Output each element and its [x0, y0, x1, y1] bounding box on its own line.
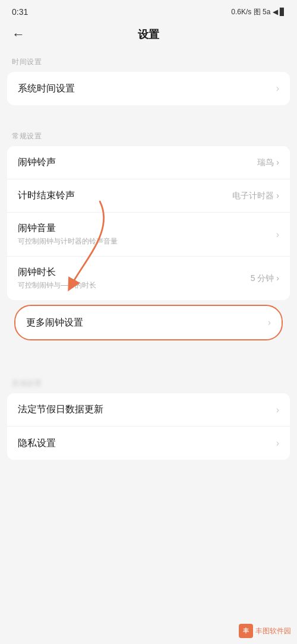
chevron-icon-3: ›: [268, 317, 271, 328]
alarm-ringtone-right: 瑞鸟 ›: [257, 157, 279, 168]
timer-ringtone-right: 电子计时器 ›: [232, 191, 279, 201]
alarm-volume-right: ›: [276, 229, 279, 240]
status-time: 0:31: [12, 7, 28, 17]
holiday-update-right: ›: [276, 405, 279, 415]
more-alarm-wrapper: 更多闹钟设置 ›: [7, 305, 290, 340]
page-title: 设置: [138, 27, 159, 42]
general-settings-card: 闹钟铃声 瑞鸟 › 计时结束铃声 电子计时器 › 闹钟音量 可控制闹钟与计时器的…: [7, 146, 290, 300]
snooze-duration-title: 闹钟时长: [18, 266, 251, 279]
general-settings-header: 常规设置: [0, 122, 297, 146]
watermark-logo-text: 丰: [243, 627, 249, 635]
privacy-settings-item[interactable]: 隐私设置 ›: [7, 427, 290, 460]
timer-ringtone-title: 计时结束铃声: [18, 190, 232, 202]
timer-ringtone-left: 计时结束铃声: [18, 190, 232, 202]
alarm-volume-item[interactable]: 闹钟音量 可控制闹钟与计时器的铃声音量 ›: [7, 213, 290, 257]
more-alarm-title: 更多闹钟设置: [26, 317, 268, 329]
system-time-title: 系统时间设置: [18, 83, 276, 95]
alarm-volume-subtitle: 可控制闹钟与计时器的铃声音量: [18, 236, 276, 247]
alarm-ringtone-title: 闹钟铃声: [18, 156, 257, 169]
alarm-ringtone-value: 瑞鸟 ›: [257, 157, 279, 168]
snooze-duration-item[interactable]: 闹钟时长 可控制闹钟与——的时长 5 分钟 ›: [7, 257, 290, 300]
privacy-settings-title: 隐私设置: [18, 437, 276, 450]
watermark-text: 丰图软件园: [255, 626, 291, 636]
alarm-volume-title: 闹钟音量: [18, 222, 276, 235]
alarm-ringtone-item[interactable]: 闹钟铃声 瑞鸟 ›: [7, 146, 290, 179]
other-settings-header: 其他设置: [0, 369, 297, 393]
privacy-settings-right: ›: [276, 438, 279, 449]
chevron-icon-2: ›: [276, 229, 279, 240]
more-alarm-highlighted[interactable]: 更多闹钟设置 ›: [14, 305, 283, 340]
general-settings-section: 常规设置 闹钟铃声 瑞鸟 › 计时结束铃声 电子计时器 › 闹钟音量 可控制闹钟…: [0, 122, 297, 300]
page-header: ← 设置: [0, 21, 297, 48]
holiday-update-title: 法定节假日数据更新: [18, 403, 276, 416]
system-time-item[interactable]: 系统时间设置 ›: [7, 72, 290, 105]
status-bar: 0:31 0.6K/s 图 5a ◀ ▊: [0, 0, 297, 21]
system-time-left: 系统时间设置: [18, 83, 276, 95]
time-settings-card: 系统时间设置 ›: [7, 72, 290, 105]
holiday-update-left: 法定节假日数据更新: [18, 403, 276, 416]
time-settings-header: 时间设置: [0, 48, 297, 72]
timer-ringtone-item[interactable]: 计时结束铃声 电子计时器 ›: [7, 179, 290, 213]
time-settings-section: 时间设置 系统时间设置 ›: [0, 48, 297, 105]
watermark-logo: 丰: [239, 624, 253, 638]
snooze-duration-left: 闹钟时长 可控制闹钟与——的时长: [18, 266, 251, 291]
system-time-right: ›: [276, 83, 279, 94]
holiday-update-item[interactable]: 法定节假日数据更新 ›: [7, 393, 290, 427]
timer-ringtone-value: 电子计时器 ›: [232, 191, 279, 201]
chevron-icon-5: ›: [276, 438, 279, 449]
privacy-settings-left: 隐私设置: [18, 437, 276, 450]
back-button[interactable]: ←: [12, 27, 25, 42]
snooze-duration-subtitle: 可控制闹钟与——的时长: [18, 280, 251, 291]
other-settings-section: 其他设置 法定节假日数据更新 › 隐私设置 ›: [0, 369, 297, 460]
more-alarm-left: 更多闹钟设置: [26, 317, 268, 329]
gap2: [0, 345, 297, 357]
snooze-duration-right: 5 分钟 ›: [251, 273, 279, 284]
chevron-icon: ›: [276, 83, 279, 94]
chevron-icon-4: ›: [276, 405, 279, 415]
gap1: [0, 110, 297, 122]
status-icons: 0.6K/s 图 5a ◀ ▊: [231, 7, 285, 17]
alarm-volume-left: 闹钟音量 可控制闹钟与计时器的铃声音量: [18, 222, 276, 247]
snooze-duration-value: 5 分钟 ›: [251, 273, 279, 284]
alarm-ringtone-left: 闹钟铃声: [18, 156, 257, 169]
gap3: [0, 357, 297, 369]
watermark: 丰 丰图软件园: [239, 624, 291, 638]
other-settings-card: 法定节假日数据更新 › 隐私设置 ›: [7, 393, 290, 460]
more-alarm-settings-item[interactable]: 更多闹钟设置 ›: [15, 306, 282, 339]
signal-icons: 0.6K/s 图 5a ◀ ▊: [231, 7, 285, 17]
more-alarm-right: ›: [268, 317, 271, 328]
